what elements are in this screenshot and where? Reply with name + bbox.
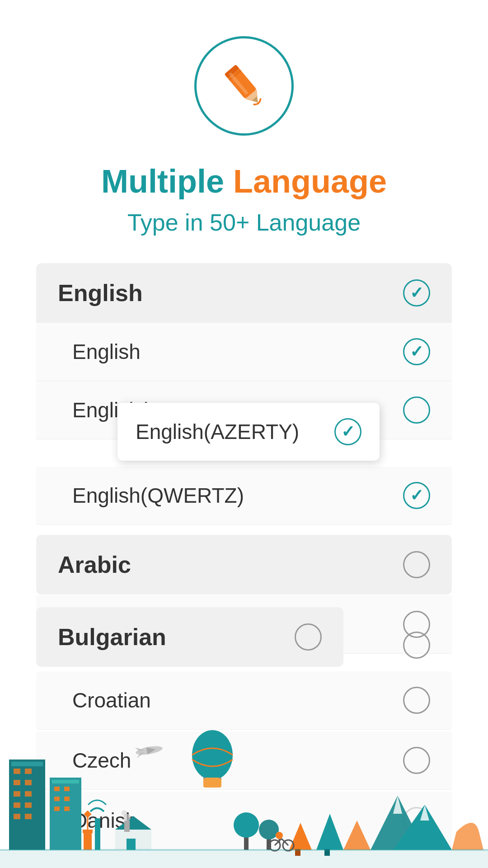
- svg-rect-18: [25, 814, 32, 819]
- svg-rect-21: [54, 787, 60, 791]
- azerty-check: [334, 418, 361, 445]
- svg-point-63: [276, 832, 283, 839]
- title-multiple: Multiple: [101, 163, 224, 200]
- english-category-label: English: [58, 279, 143, 307]
- svg-point-36: [122, 810, 127, 816]
- subtitle: Type in 50+ Language: [127, 209, 361, 236]
- bulgarian-section: Bulgarian Bulgarian: [36, 595, 452, 668]
- svg-rect-31: [95, 818, 100, 850]
- croatian-label: Croatian: [72, 688, 151, 712]
- svg-point-42: [192, 730, 233, 780]
- bulgarian-sub2-check: [403, 632, 430, 659]
- english-qwertz-label: English(QWERTZ): [72, 483, 244, 508]
- app-logo: [194, 36, 294, 136]
- azerty-tooltip[interactable]: English(AZERTY): [117, 403, 380, 461]
- english-category-row[interactable]: English: [36, 263, 452, 323]
- english-sub1-check: [403, 338, 430, 365]
- bulgarian-category-row[interactable]: Bulgarian: [36, 607, 343, 667]
- svg-rect-11: [14, 780, 20, 785]
- croatian-check: [403, 687, 430, 714]
- svg-marker-50: [289, 823, 312, 850]
- svg-rect-22: [64, 787, 70, 791]
- svg-rect-24: [64, 797, 70, 801]
- svg-rect-13: [14, 791, 20, 797]
- english-category-check: [403, 279, 430, 307]
- croatian-row[interactable]: Croatian: [36, 671, 452, 730]
- svg-rect-16: [25, 802, 32, 808]
- english-azerty-area: English( English(AZERTY): [36, 381, 452, 439]
- svg-rect-34: [124, 821, 130, 832]
- svg-marker-54: [343, 821, 371, 850]
- svg-rect-26: [64, 807, 70, 811]
- svg-rect-27: [84, 832, 92, 850]
- bulgarian-category-label: Bulgarian: [58, 623, 166, 651]
- arabic-category-label: Arabic: [58, 551, 131, 578]
- svg-rect-14: [25, 791, 32, 797]
- svg-marker-52: [316, 814, 343, 850]
- arabic-check: [403, 551, 430, 578]
- svg-marker-33: [115, 816, 151, 830]
- svg-rect-8: [11, 762, 43, 766]
- svg-rect-10: [25, 769, 32, 774]
- title-row: Multiple Language: [101, 163, 387, 200]
- pencil-icon: [217, 59, 271, 113]
- arabic-category-row[interactable]: Arabic: [36, 535, 452, 594]
- svg-rect-9: [14, 769, 20, 774]
- svg-rect-6: [0, 850, 488, 868]
- bulgarian-category-check: [295, 623, 322, 651]
- svg-rect-15: [14, 802, 20, 808]
- svg-rect-12: [25, 780, 32, 785]
- svg-point-47: [234, 812, 259, 838]
- svg-rect-65: [0, 849, 488, 851]
- svg-rect-30: [84, 811, 92, 818]
- header-section: Multiple Language Type in 50+ Language: [0, 0, 488, 263]
- english-sub1-row[interactable]: English: [36, 323, 452, 381]
- english-sub2-check-partial: [403, 396, 430, 424]
- svg-rect-28: [83, 830, 93, 833]
- english-sub1-label: English: [72, 340, 141, 364]
- svg-rect-17: [14, 814, 20, 819]
- svg-rect-37: [127, 839, 136, 850]
- english-dropdown: English English( English(AZERTY) English…: [36, 323, 452, 525]
- svg-rect-25: [54, 807, 60, 811]
- svg-rect-43: [203, 778, 221, 788]
- azerty-label: English(AZERTY): [136, 420, 299, 444]
- english-qwertz-check: [403, 482, 430, 509]
- title-language: Language: [233, 163, 387, 200]
- cityscape-illustration: [0, 723, 488, 868]
- english-qwertz-row[interactable]: English(QWERTZ): [36, 467, 452, 525]
- svg-rect-20: [52, 780, 79, 783]
- svg-rect-23: [54, 797, 60, 801]
